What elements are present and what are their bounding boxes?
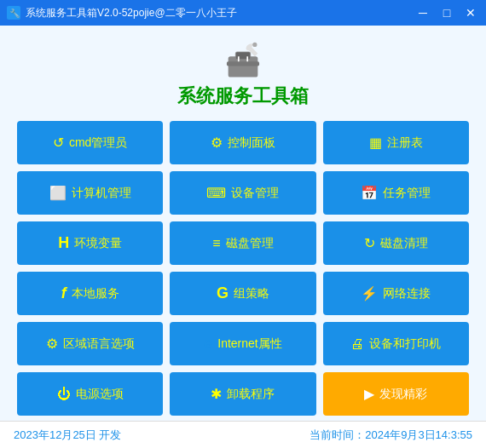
grid-btn-power-options[interactable]: ⏻电源选项 — [17, 372, 163, 416]
svg-text:🔧: 🔧 — [9, 8, 20, 19]
task-mgmt-label: 任务管理 — [383, 186, 431, 201]
grid-btn-region-lang[interactable]: ⚙区域语言选项 — [17, 322, 163, 365]
computer-mgmt-label: 计算机管理 — [72, 186, 131, 201]
device-mgmt-label: 设备管理 — [231, 186, 279, 201]
disk-mgmt-label: 磁盘管理 — [226, 236, 274, 251]
power-options-label: 电源选项 — [76, 387, 124, 402]
device-mgmt-icon: ⌨ — [206, 185, 226, 201]
grid-btn-env-vars[interactable]: H环境变量 — [17, 221, 163, 265]
svg-rect-4 — [227, 61, 259, 66]
internet-props-label: Internet属性 — [217, 336, 281, 352]
network-connect-label: 网络连接 — [383, 286, 431, 302]
grid-btn-network-connect[interactable]: ⚡网络连接 — [323, 272, 469, 315]
title-bar-controls: ─ □ ✕ — [414, 7, 479, 19]
grid-btn-control-panel[interactable]: ⚙控制面板 — [170, 121, 315, 164]
control-panel-icon: ⚙ — [211, 135, 223, 151]
uninstall-icon: ✱ — [211, 386, 222, 402]
computer-mgmt-icon: ⬜ — [49, 185, 67, 201]
cmd-label: cmd管理员 — [69, 135, 127, 151]
grid-btn-discover[interactable]: ▶发现精彩 — [323, 372, 469, 416]
group-policy-label: 组策略 — [234, 286, 269, 302]
close-button[interactable]: ✕ — [462, 7, 479, 19]
title-bar: 🔧 系统服务工具箱V2.0-52pojie@二零一八小王子 ─ □ ✕ — [0, 0, 486, 26]
grid-btn-local-services[interactable]: f本地服务 — [17, 272, 163, 315]
window-title: 系统服务工具箱V2.0-52pojie@二零一八小王子 — [26, 6, 237, 20]
grid-btn-computer-mgmt[interactable]: ⬜计算机管理 — [17, 171, 163, 215]
grid-btn-device-mgmt[interactable]: ⌨设备管理 — [170, 171, 315, 215]
uninstall-label: 卸载程序 — [227, 387, 275, 402]
env-vars-icon: H — [58, 234, 69, 252]
title-bar-left: 🔧 系统服务工具箱V2.0-52pojie@二零一八小王子 — [7, 6, 237, 20]
task-mgmt-icon: 📅 — [361, 185, 378, 201]
control-panel-label: 控制面板 — [228, 135, 275, 151]
devices-printers-icon: 🖨 — [350, 336, 364, 352]
current-time: 当前时间：2024年9月3日14:3:55 — [310, 428, 472, 443]
group-policy-icon: G — [217, 284, 229, 302]
svg-point-5 — [252, 43, 257, 47]
footer: 2023年12月25日 开发 当前时间：2024年9月3日14:3:55 — [0, 421, 486, 448]
discover-icon: ▶ — [364, 386, 374, 402]
grid-btn-disk-clean[interactable]: ↻磁盘清理 — [323, 221, 469, 265]
grid-btn-group-policy[interactable]: G组策略 — [170, 272, 315, 315]
network-connect-icon: ⚡ — [361, 285, 378, 302]
disk-clean-label: 磁盘清理 — [380, 236, 428, 251]
app-icon: 🔧 — [7, 6, 20, 20]
internet-props-icon: e — [204, 335, 212, 353]
disk-mgmt-icon: ≡ — [212, 236, 220, 251]
grid-btn-disk-mgmt[interactable]: ≡磁盘管理 — [170, 221, 315, 265]
registry-label: 注册表 — [387, 135, 423, 151]
local-services-label: 本地服务 — [72, 286, 119, 302]
power-options-icon: ⏻ — [57, 387, 71, 402]
grid-btn-uninstall[interactable]: ✱卸载程序 — [170, 372, 315, 416]
grid-btn-registry[interactable]: ▦注册表 — [323, 121, 469, 164]
discover-label: 发现精彩 — [379, 387, 427, 402]
registry-icon: ▦ — [369, 135, 382, 151]
cmd-icon: ↺ — [53, 135, 64, 151]
app-header: 系统服务工具箱 — [0, 26, 486, 116]
maximize-button[interactable]: □ — [438, 7, 455, 19]
env-vars-label: 环境变量 — [74, 236, 122, 251]
devices-printers-label: 设备和打印机 — [369, 336, 441, 352]
disk-clean-icon: ↻ — [364, 235, 375, 251]
app-title: 系统服务工具箱 — [177, 83, 309, 109]
grid-btn-cmd[interactable]: ↺cmd管理员 — [17, 121, 163, 164]
toolbox-icon — [221, 36, 265, 80]
grid-btn-devices-printers[interactable]: 🖨设备和打印机 — [323, 322, 469, 365]
region-lang-icon: ⚙ — [46, 336, 58, 352]
minimize-button[interactable]: ─ — [414, 7, 431, 19]
dev-date: 2023年12月25日 开发 — [14, 428, 121, 443]
grid-btn-internet-props[interactable]: eInternet属性 — [170, 322, 315, 365]
region-lang-label: 区域语言选项 — [63, 336, 135, 352]
local-services-icon: f — [61, 284, 67, 302]
grid-btn-task-mgmt[interactable]: 📅任务管理 — [323, 171, 469, 215]
button-grid: ↺cmd管理员⚙控制面板▦注册表⬜计算机管理⌨设备管理📅任务管理H环境变量≡磁盘… — [0, 116, 486, 421]
